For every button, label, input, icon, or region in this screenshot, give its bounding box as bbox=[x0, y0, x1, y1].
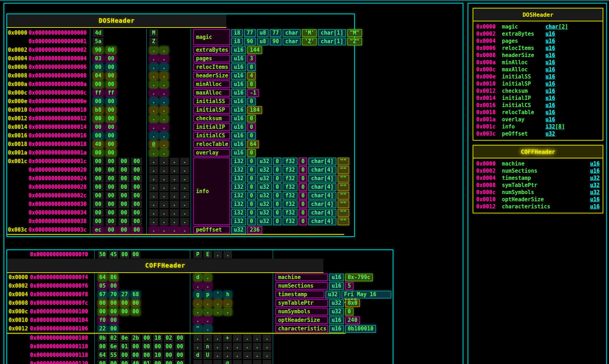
hex-byte-cell[interactable]: 00 bbox=[109, 308, 118, 315]
hex-byte-cell[interactable]: 00 bbox=[106, 209, 116, 217]
hex-byte-cell[interactable]: b8 bbox=[93, 106, 104, 114]
ascii-cell[interactable]: . bbox=[149, 209, 158, 217]
ascii-cell[interactable]: @ bbox=[149, 141, 158, 148]
hex-byte-cell[interactable]: 00 bbox=[175, 334, 185, 342]
ascii-cell[interactable]: . bbox=[213, 299, 222, 307]
sidebar-coff-struct-panel[interactable]: COFFHeader 0x0000machineu160x0002numSect… bbox=[473, 145, 603, 213]
hex-byte-cell[interactable]: 00 bbox=[93, 201, 104, 208]
value-box[interactable]: 0b100010 bbox=[345, 325, 376, 333]
ascii-cell[interactable]: . bbox=[149, 89, 158, 97]
value-box[interactable]: 240 bbox=[345, 317, 360, 324]
sidebar-struct-row[interactable]: 0x0016initialCSu16 bbox=[476, 102, 600, 109]
field-label[interactable]: characteristics bbox=[276, 325, 328, 332]
sidebar-struct-row[interactable]: 0x0004pagesu16 bbox=[476, 37, 600, 45]
hex-byte-cell[interactable]: 86 bbox=[109, 274, 118, 281]
ascii-cell[interactable]: . bbox=[149, 132, 158, 140]
value-box[interactable]: 0 bbox=[247, 158, 256, 165]
ascii-cell[interactable]: . bbox=[223, 251, 232, 258]
field-label[interactable]: symTablePtr bbox=[276, 299, 328, 307]
ascii-cell[interactable]: . bbox=[180, 166, 189, 174]
value-box[interactable]: 0 bbox=[247, 192, 256, 199]
hex-byte-cell[interactable]: 00 bbox=[109, 299, 118, 307]
hex-byte-cell[interactable]: 00 bbox=[164, 343, 173, 350]
hex-byte-cell[interactable]: 00 bbox=[119, 209, 129, 217]
value-box[interactable]: 184 bbox=[247, 106, 262, 114]
ascii-cell[interactable]: . bbox=[160, 89, 168, 97]
hex-byte-cell[interactable]: 00 bbox=[142, 334, 151, 342]
sidebar-struct-row[interactable]: 0x001cinfoi32[8] bbox=[476, 123, 600, 130]
value-box[interactable]: 144 bbox=[247, 46, 262, 54]
ascii-cell[interactable]: . bbox=[160, 46, 168, 54]
hex-byte-cell[interactable]: 00 bbox=[106, 201, 116, 208]
hex-byte-cell[interactable]: 00 bbox=[120, 352, 129, 359]
ascii-cell[interactable]: . bbox=[149, 218, 158, 225]
ascii-cell[interactable]: d bbox=[193, 274, 202, 281]
hex-byte-cell[interactable]: 22 bbox=[98, 325, 107, 333]
hex-byte-cell[interactable]: 00 bbox=[164, 352, 173, 359]
hex-byte-cell[interactable]: ec bbox=[93, 226, 104, 234]
value-box[interactable]: 0 bbox=[247, 64, 256, 71]
value-box[interactable]: 0 bbox=[247, 115, 256, 122]
ascii-cell[interactable]: . bbox=[170, 209, 179, 217]
ascii-cell[interactable]: . bbox=[170, 183, 179, 191]
ascii-cell[interactable]: . bbox=[170, 158, 179, 165]
value-box[interactable]: 0 bbox=[247, 201, 256, 208]
ascii-cell[interactable]: n bbox=[203, 343, 212, 350]
hex-byte-cell[interactable]: 01 bbox=[120, 343, 129, 350]
hex-byte-cell[interactable]: 55 bbox=[109, 352, 118, 359]
hex-byte-cell[interactable]: 00 bbox=[106, 64, 116, 71]
hex-byte-cell[interactable]: 00 bbox=[98, 308, 107, 315]
hex-byte-cell[interactable]: 00 bbox=[109, 325, 118, 333]
field-label[interactable]: pages bbox=[193, 55, 230, 62]
hex-byte-cell[interactable]: 50 bbox=[98, 251, 107, 258]
ascii-cell[interactable]: . bbox=[149, 106, 158, 114]
value-box[interactable]: 0 bbox=[273, 175, 281, 182]
hex-byte-cell[interactable]: 68 bbox=[131, 291, 140, 298]
hex-byte-cell[interactable]: 00 bbox=[93, 132, 104, 140]
ascii-cell[interactable]: . bbox=[213, 334, 222, 342]
hex-byte-cell[interactable]: 00 bbox=[93, 81, 104, 88]
hex-byte-cell[interactable]: 00 bbox=[98, 360, 107, 364]
ascii-cell[interactable]: . bbox=[170, 201, 179, 208]
hex-byte-cell[interactable]: 00 bbox=[175, 352, 185, 359]
sidebar-struct-row[interactable]: 0x0008symTablePtru32 bbox=[476, 182, 600, 189]
hex-byte-cell[interactable]: 00 bbox=[153, 343, 162, 350]
sidebar-struct-row[interactable]: 0x0018relocTableu16 bbox=[476, 109, 600, 116]
ascii-cell[interactable]: . bbox=[213, 343, 222, 350]
ascii-cell[interactable]: . bbox=[160, 123, 168, 131]
ascii-cell[interactable]: . bbox=[213, 352, 222, 359]
hex-byte-cell[interactable]: 67 bbox=[98, 291, 107, 298]
ascii-cell[interactable]: . bbox=[170, 226, 179, 234]
ascii-cell[interactable]: g bbox=[193, 291, 202, 298]
ascii-cell[interactable]: . bbox=[160, 209, 168, 217]
value-box[interactable]: 0 bbox=[247, 209, 256, 217]
hex-byte-cell[interactable]: f0 bbox=[98, 317, 107, 324]
ascii-cell[interactable]: . bbox=[160, 98, 168, 105]
ascii-cell[interactable]: . bbox=[213, 360, 222, 364]
field-label[interactable]: headerSize bbox=[193, 72, 230, 79]
ascii-cell[interactable]: . bbox=[160, 192, 168, 199]
ascii-cell[interactable]: . bbox=[149, 81, 158, 88]
ascii-cell[interactable]: . bbox=[180, 158, 189, 165]
hex-byte-cell[interactable]: 00 bbox=[120, 299, 129, 307]
ascii-cell[interactable]: . bbox=[203, 334, 212, 342]
hex-byte-cell[interactable]: 64 bbox=[98, 274, 107, 281]
ascii-cell[interactable]: . bbox=[243, 352, 252, 359]
hex-byte-cell[interactable]: 00 bbox=[106, 123, 116, 131]
sidebar-struct-row[interactable]: 0x0012characteristicsu16 bbox=[476, 203, 600, 210]
ascii-cell[interactable]: . bbox=[160, 132, 168, 140]
hex-byte-cell[interactable]: 00 bbox=[131, 218, 142, 225]
ascii-cell[interactable]: . bbox=[203, 299, 212, 307]
value-box[interactable]: 0 bbox=[273, 166, 281, 174]
sidebar-struct-row[interactable]: 0x0002extraBytesu16 bbox=[476, 30, 600, 37]
ascii-cell[interactable]: . bbox=[263, 334, 271, 342]
value-box[interactable]: 'M' bbox=[302, 29, 317, 37]
hex-byte-cell[interactable]: 00 bbox=[106, 72, 116, 80]
value-box[interactable]: 0 bbox=[299, 192, 307, 199]
ascii-cell[interactable]: . bbox=[160, 149, 168, 157]
ascii-cell[interactable]: . bbox=[160, 158, 168, 165]
value-box[interactable]: "" bbox=[338, 166, 349, 174]
value-box[interactable]: 0 bbox=[299, 209, 307, 217]
value-box[interactable]: 0 bbox=[247, 98, 256, 105]
ascii-cell[interactable]: E bbox=[203, 251, 212, 258]
